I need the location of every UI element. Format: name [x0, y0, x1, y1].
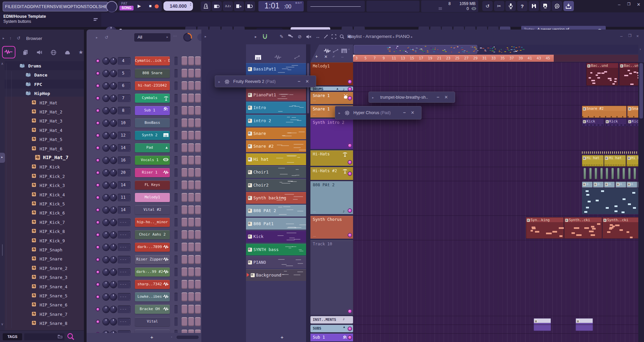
tree-item-hip_snare_8[interactable]: HIP_Snare_8: [0, 319, 84, 328]
clips-tab-waveform-icon[interactable]: [324, 49, 331, 53]
mute-indicator[interactable]: [175, 293, 178, 301]
pan-knob[interactable]: [102, 157, 110, 164]
mute-indicator[interactable]: [175, 82, 178, 90]
step-cell[interactable]: [182, 255, 187, 264]
metronome-icon[interactable]: [203, 4, 208, 9]
channel-target-box[interactable]: ---›‹: [118, 281, 131, 288]
track-header-808-pat-2[interactable]: 808 PAt 2...♪: [310, 181, 353, 214]
clip-snare2-0[interactable]: Snare #2: [582, 106, 627, 118]
pan-knob[interactable]: [102, 231, 110, 239]
channel-target-box[interactable]: 11›‹: [118, 194, 131, 201]
channel-button-sharp-7342[interactable]: sharp..7342: [135, 280, 170, 289]
save-as-button[interactable]: [540, 1, 551, 11]
volume-knob[interactable]: [110, 169, 117, 177]
stem-bar[interactable]: [623, 168, 625, 179]
channel-led[interactable]: [96, 183, 100, 187]
track-header-hi-hats-2[interactable]: Hi-Hats #2: [310, 167, 353, 180]
step-cell[interactable]: [182, 56, 187, 65]
pattern-bass1pat1[interactable]: Bass1Pat1: [246, 63, 306, 75]
channel-led[interactable]: [96, 96, 100, 100]
step-cell[interactable]: [195, 292, 201, 301]
step-cell[interactable]: [195, 143, 201, 152]
volume-knob[interactable]: [110, 119, 117, 127]
record-button[interactable]: [152, 1, 162, 11]
pattern-snare[interactable]: Snare: [246, 128, 306, 139]
pattern-808-pat-2[interactable]: 808 PAt 2: [246, 205, 306, 216]
channel-target-box[interactable]: 14›‹: [118, 144, 131, 152]
mute-indicator[interactable]: [175, 94, 178, 102]
note-icon[interactable]: ♪: [343, 209, 345, 213]
tree-folder-dance[interactable]: Dance: [0, 70, 84, 79]
menu-item-add[interactable]: ADD: [24, 4, 33, 9]
mute-indicator[interactable]: [175, 181, 178, 189]
mute-indicator[interactable]: [175, 57, 178, 65]
tree-item-hip_kick_7[interactable]: HIP_Kick_7: [0, 217, 84, 227]
rack-scroll-left[interactable]: ‹: [171, 335, 172, 339]
cymbal-icon[interactable]: [343, 169, 347, 174]
pattern-kick[interactable]: Kick: [246, 231, 306, 242]
step-cell[interactable]: [188, 205, 194, 214]
channel-led[interactable]: [96, 133, 100, 138]
pan-knob[interactable]: [102, 256, 110, 263]
step-cell[interactable]: [182, 106, 187, 115]
window-detach-icon[interactable]: ▸: [218, 80, 220, 84]
step-cell[interactable]: [195, 168, 201, 177]
step-cell[interactable]: [182, 317, 187, 326]
pattern-choir1[interactable]: Choir1: [246, 166, 306, 178]
menu-item-edit[interactable]: EDIT: [14, 4, 24, 9]
scroll-up-icon[interactable]: ∧: [1, 62, 3, 65]
step-cell[interactable]: [195, 205, 201, 214]
step-cell[interactable]: [188, 118, 194, 128]
tree-folder-hiphop[interactable]: HipHop: [0, 89, 84, 98]
microphone-button[interactable]: [505, 1, 516, 11]
clip-808-body[interactable]: [582, 188, 644, 214]
window-minimize-button[interactable]: –: [437, 94, 439, 100]
browser-scrollbar[interactable]: [2, 244, 3, 256]
volume-knob[interactable]: [110, 293, 117, 301]
channel-led[interactable]: [96, 170, 100, 175]
channel-led[interactable]: [96, 121, 100, 125]
channel-led[interactable]: [96, 59, 100, 63]
step-cell[interactable]: [188, 292, 194, 301]
pan-knob[interactable]: [102, 182, 110, 189]
mute-indicator[interactable]: [175, 280, 178, 289]
step-cell[interactable]: [182, 131, 187, 140]
rack-swing-reset-icon[interactable]: ↺: [105, 35, 108, 40]
step-cell[interactable]: [188, 193, 194, 202]
window-minimize-button[interactable]: –: [298, 79, 300, 84]
tree-item-hip_hat_6[interactable]: HIP_Hat_6: [0, 144, 84, 153]
tab-star[interactable]: ★: [77, 49, 84, 56]
channel-target-box[interactable]: 8›‹: [118, 107, 131, 114]
step-cell[interactable]: [188, 81, 194, 90]
channel-target-box[interactable]: ---›‹: [118, 256, 131, 263]
clip-808-2[interactable]: 8..: [604, 182, 615, 188]
step-cell[interactable]: [182, 118, 187, 128]
typing-to-piano-button[interactable]: +: [234, 1, 244, 11]
clip-background-0[interactable]: Bac..und: [586, 63, 618, 86]
step-cell[interactable]: [195, 156, 201, 165]
channel-button-riser-zipper[interactable]: Riser Zipper: [135, 255, 170, 264]
step-cell[interactable]: [182, 156, 187, 165]
chat-icon[interactable]: [554, 4, 560, 9]
channel-target-box[interactable]: 20›‹: [118, 169, 131, 177]
mute-indicator[interactable]: [175, 218, 178, 227]
rack-drag-dots[interactable]: ⋮: [173, 34, 178, 38]
browser-back-icon[interactable]: ↺: [17, 36, 20, 41]
minimap-left-arrow[interactable]: ‹: [348, 47, 350, 51]
pan-knob[interactable]: [102, 70, 110, 77]
window-close-button[interactable]: ✕: [444, 95, 448, 100]
step-cell[interactable]: [188, 106, 194, 115]
download-icon[interactable]: [566, 4, 571, 9]
pattern-background[interactable]: Background: [246, 269, 306, 281]
browser-up-icon[interactable]: ↑: [9, 36, 12, 41]
blend-recording-icon[interactable]: [247, 4, 253, 8]
clip-chorus-2[interactable]: Synth..cki: [602, 217, 640, 239]
tab-plugin-speaker[interactable]: [36, 49, 43, 56]
track-header-synth-chorus[interactable]: Synth Chorus...: [310, 216, 353, 239]
mute-indicator[interactable]: [175, 69, 178, 78]
volume-knob[interactable]: [110, 206, 117, 214]
picker-audio-icon[interactable]: [275, 55, 281, 59]
channel-button-sub-1[interactable]: Sub 19:: [135, 106, 170, 115]
step-cell[interactable]: [188, 305, 194, 314]
step-cell[interactable]: [188, 156, 194, 165]
